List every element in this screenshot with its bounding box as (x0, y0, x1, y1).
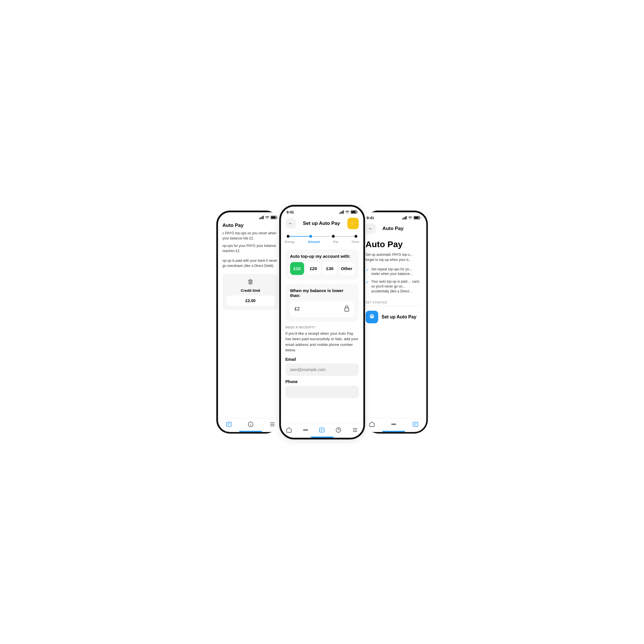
center-status-time: 9:41 (287, 210, 294, 214)
wifi-icon (265, 216, 270, 219)
svg-rect-23 (403, 217, 404, 219)
tab-meters-center[interactable] (302, 427, 309, 433)
back-button-center[interactable]: ← (286, 218, 296, 229)
svg-point-19 (307, 429, 308, 431)
progress-bar (281, 231, 363, 239)
step-dot-pay (332, 235, 335, 238)
svg-point-31 (393, 424, 394, 425)
receipt-section: NEED A RECEIPT? If you'd like a receipt … (286, 326, 359, 402)
tab-menu-center[interactable] (352, 427, 358, 433)
amount-btn-other[interactable]: Other (339, 262, 354, 275)
svg-point-26 (410, 219, 410, 219)
left-desc1: c PAYG top-ups so you never when your ba… (218, 231, 283, 241)
get-started-label: GET STARTED (366, 301, 422, 304)
balance-card-title: When my balance is lower than: (290, 288, 354, 298)
amount-btn-20[interactable]: £20 (306, 262, 320, 275)
svg-rect-11 (342, 211, 343, 214)
svg-point-21 (336, 427, 341, 432)
phone-input[interactable] (286, 386, 359, 398)
amount-btn-30[interactable]: £30 (323, 262, 337, 275)
step-line-1 (290, 236, 309, 237)
svg-rect-2 (262, 216, 263, 219)
auto-pay-title: Auto Pay (366, 239, 422, 249)
svg-point-18 (305, 429, 306, 431)
left-status-icons (259, 216, 278, 219)
right-status-icons (402, 216, 421, 219)
tab-help-left[interactable] (247, 421, 254, 427)
svg-point-30 (391, 424, 393, 425)
step-line-2 (312, 236, 332, 237)
step-label-energy: Energy (285, 240, 295, 243)
svg-rect-3 (263, 216, 264, 219)
signal-icon-right (402, 216, 407, 219)
auto-pay-desc: Set up automatic PAYG top-u...forget to … (366, 252, 422, 262)
tab-home-center[interactable] (286, 427, 292, 433)
credit-label: Credit limit (241, 288, 260, 293)
balance-input-row: £2 (290, 301, 354, 317)
setup-btn-label: Set up Auto Pay (382, 314, 417, 320)
svg-rect-1 (260, 217, 261, 219)
back-button-right[interactable]: ← (366, 223, 376, 234)
svg-point-32 (395, 424, 396, 425)
svg-rect-9 (339, 213, 340, 214)
back-arrow-center: ← (288, 221, 293, 226)
center-nav-title: Set up Auto Pay (303, 221, 340, 226)
credit-value: £2.00 (227, 296, 275, 306)
battery-icon-right (414, 216, 421, 219)
svg-rect-15 (351, 211, 356, 213)
bullet-text-2: Your auto top-up is paid ... card, so yo… (371, 279, 422, 294)
right-tab-bar (361, 418, 426, 432)
battery-icon-center (351, 210, 358, 214)
left-credit-card: 🗑 Credit limit £2.00 (223, 274, 279, 310)
signal-icon-center (339, 210, 344, 214)
tab-billing-right[interactable] (412, 421, 419, 427)
center-content: Auto top-up my account with: £10 £20 £30… (281, 246, 363, 424)
left-status-bar (218, 212, 283, 220)
left-nav-title: Auto Pay (223, 223, 244, 228)
email-label: Email (286, 357, 359, 362)
check-icon-1: ✓ (366, 267, 369, 273)
step-dot-energy (287, 235, 290, 238)
step-label-pay: Pay (333, 240, 338, 243)
step-dot-done (354, 235, 357, 238)
svg-rect-24 (405, 217, 406, 219)
left-nav-header: Auto Pay (218, 220, 283, 231)
svg-rect-20 (320, 428, 324, 432)
tab-menu-left[interactable] (269, 421, 276, 427)
setup-btn-icon (366, 311, 378, 323)
topup-card: Auto top-up my account with: £10 £20 £30… (286, 249, 359, 280)
right-nav-header: ← Auto Pay (361, 221, 426, 236)
tab-meters-right[interactable] (391, 421, 397, 427)
trash-icon[interactable]: 🗑 (247, 278, 254, 286)
svg-rect-6 (271, 216, 276, 218)
tab-billing-left[interactable] (226, 421, 232, 427)
step-labels: Energy Amount Pay Done (281, 239, 363, 246)
left-desc2: op-ups for your PAYG your balance reache… (218, 241, 283, 256)
svg-rect-12 (343, 210, 344, 214)
bullet-item-2: ✓ Your auto top-up is paid ... card, so … (366, 279, 422, 294)
email-input[interactable] (286, 363, 359, 376)
center-tab-bar (281, 424, 363, 438)
setup-auto-pay-button[interactable]: Set up Auto Pay (366, 310, 422, 324)
bullet-list: ✓ Set repeat top-ups for yo... meter whe… (366, 267, 422, 297)
amount-btn-10[interactable]: £10 (290, 262, 304, 275)
battery-icon (271, 216, 278, 219)
tab-help-center[interactable] (335, 427, 342, 433)
lightning-icon: ⚡ (349, 220, 356, 227)
tab-home-right[interactable] (369, 421, 375, 427)
receipt-label: NEED A RECEIPT? (286, 326, 359, 329)
amount-grid: £10 £20 £30 Other (290, 262, 354, 275)
step-dot-amount (309, 235, 312, 238)
phone-center: 9:41 (279, 205, 365, 439)
right-status-time: 9:41 (367, 216, 374, 220)
step-label-done: Done (352, 240, 359, 243)
svg-point-4 (267, 218, 267, 219)
svg-rect-25 (406, 216, 407, 219)
svg-point-17 (304, 429, 305, 431)
left-desc3: op-up is paid with your bank ll never go… (218, 256, 283, 271)
right-status-bar: 9:41 (361, 212, 426, 221)
right-nav-title: Auto Pay (383, 226, 404, 231)
tab-billing-center[interactable] (319, 427, 325, 433)
svg-rect-28 (414, 217, 419, 219)
center-nav-action[interactable]: ⚡ (347, 218, 359, 229)
